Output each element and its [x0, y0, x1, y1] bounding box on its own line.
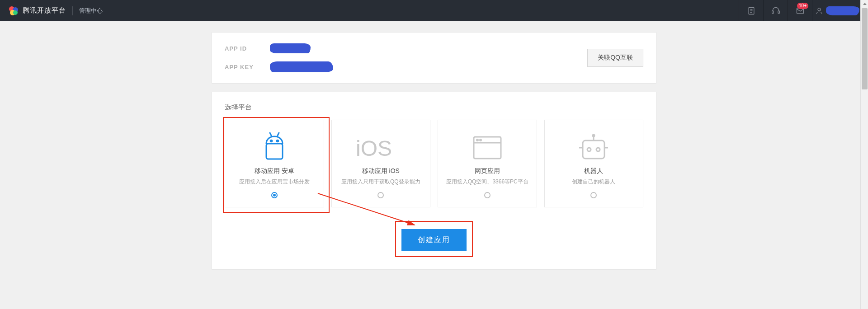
platform-desc: 应用接入只用于获取QQ登录能力: [341, 178, 420, 186]
svg-point-23: [587, 148, 591, 151]
svg-point-11: [818, 8, 821, 11]
messages-icon[interactable]: 10+: [788, 0, 812, 21]
android-icon: [260, 130, 289, 165]
platform-card: 选择平台 移动应用 安卓 应用接入后在应用宝市场分发: [212, 92, 656, 270]
svg-rect-8: [772, 11, 773, 14]
user-name-redacted: [826, 6, 859, 15]
section-label[interactable]: 管理中心: [79, 7, 103, 15]
svg-rect-9: [778, 11, 779, 14]
ios-icon: iOS: [356, 130, 406, 165]
link-qq-button[interactable]: 关联QQ互联: [587, 49, 643, 67]
platform-desc: 创建自己的机器人: [572, 178, 615, 186]
platform-title: 移动应用 安卓: [255, 167, 294, 175]
robot-icon: [577, 130, 610, 165]
app-key-value-redacted: [270, 61, 333, 72]
svg-point-3: [13, 10, 18, 15]
svg-line-12: [270, 133, 272, 136]
notification-badge: 10+: [797, 3, 808, 9]
logo-icon: [8, 5, 19, 16]
svg-rect-14: [266, 144, 283, 159]
svg-point-20: [476, 140, 478, 141]
top-bar: 腾讯开放平台 管理中心 10+: [0, 0, 868, 21]
browser-icon: [472, 130, 502, 165]
svg-line-13: [277, 133, 279, 136]
svg-point-15: [270, 140, 272, 142]
create-app-button[interactable]: 创建应用: [401, 229, 467, 251]
brand-text: 腾讯开放平台: [23, 6, 66, 15]
platform-option-android[interactable]: 移动应用 安卓 应用接入后在应用宝市场分发: [225, 120, 324, 207]
svg-point-24: [596, 148, 600, 151]
platform-desc: 应用接入QQ空间、3366等PC平台: [446, 178, 528, 186]
platform-title: 网页应用: [475, 167, 500, 175]
platform-option-robot[interactable]: 机器人 创建自己的机器人: [544, 120, 644, 207]
user-menu[interactable]: [812, 0, 862, 21]
section-title: 选择平台: [225, 103, 643, 112]
app-key-label: APP KEY: [225, 64, 256, 70]
svg-point-21: [480, 140, 481, 141]
platform-title: 机器人: [584, 167, 603, 175]
svg-rect-22: [583, 140, 604, 159]
scrollbar-thumb[interactable]: [862, 8, 868, 89]
platform-desc: 应用接入后在应用宝市场分发: [239, 178, 310, 186]
svg-text:iOS: iOS: [356, 136, 392, 160]
divider: [72, 6, 73, 15]
app-info-card: APP ID APP KEY 关联QQ互联: [212, 32, 656, 84]
logo[interactable]: 腾讯开放平台: [8, 5, 66, 16]
svg-point-16: [277, 140, 278, 142]
app-id-value-redacted: [270, 43, 311, 53]
scrollbar-up-icon[interactable]: [861, 0, 868, 8]
platform-radio[interactable]: [590, 192, 597, 198]
app-id-label: APP ID: [225, 45, 256, 52]
platform-title: 移动应用 iOS: [362, 167, 400, 175]
platform-option-web[interactable]: 网页应用 应用接入QQ空间、3366等PC平台: [438, 120, 537, 207]
platform-radio[interactable]: [271, 192, 278, 198]
docs-icon[interactable]: [739, 0, 763, 21]
svg-point-26: [593, 135, 594, 136]
platform-radio[interactable]: [377, 192, 384, 198]
platform-option-ios[interactable]: iOS 移动应用 iOS 应用接入只用于获取QQ登录能力: [331, 120, 431, 207]
platform-radio[interactable]: [484, 192, 491, 198]
platform-grid: 移动应用 安卓 应用接入后在应用宝市场分发 iOS 移动应用 iOS 应用接入只…: [225, 120, 643, 207]
support-icon[interactable]: [763, 0, 788, 21]
scrollbar[interactable]: [860, 0, 868, 309]
